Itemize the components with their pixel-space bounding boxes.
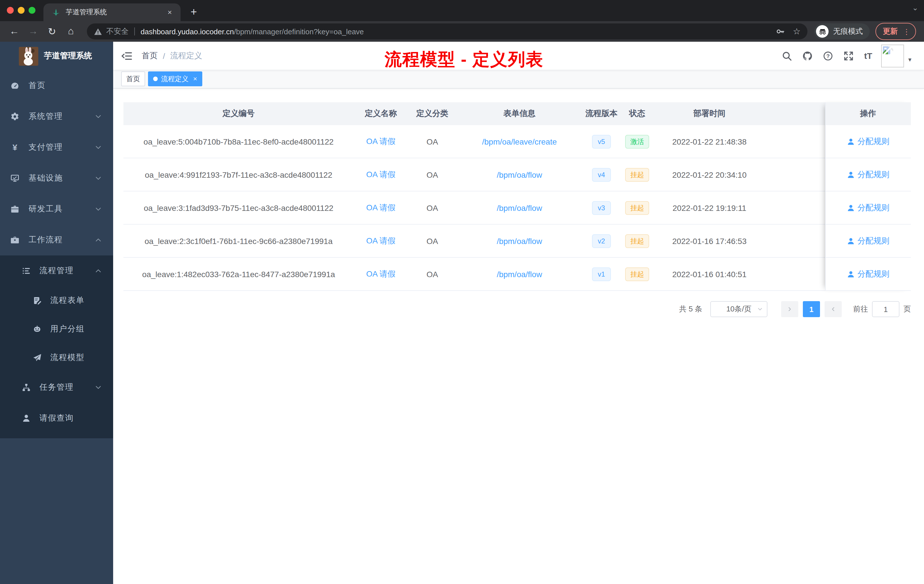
dashboard-icon [10,81,20,90]
avatar-caret-icon[interactable]: ▾ [908,56,911,63]
definition-name-link[interactable]: OA 请假 [366,269,396,279]
sidebar: 芋道管理系统 首页 系统管理 ¥ 支付管理 基础设施 [0,42,113,584]
definition-category: OA [408,203,457,212]
sidebar-item-process-form[interactable]: 流程表单 [0,286,113,315]
incognito-label: 无痕模式 [833,26,863,36]
address-bar[interactable]: 不安全 dashboard.yudao.iocoder.cn /bpm/mana… [87,23,807,40]
breadcrumb-separator: / [163,51,165,60]
assign-rule-button[interactable]: 分配规则 [846,203,889,213]
prev-page-button[interactable] [781,301,798,317]
briefcase-icon [10,205,20,214]
sidebar-item-user-group[interactable]: 用户分组 [0,315,113,343]
browser-chrome: 芋道管理系统 × + ⌄ ← → ↻ ⌂ 不安全 dashboard.yudao… [0,0,924,42]
table-row: oa_leave:4:991f2193-7b7f-11ec-a3c8-acde4… [124,158,911,191]
search-icon[interactable] [782,51,792,61]
column-header: 操作 [825,109,911,119]
definition-name-link[interactable]: OA 请假 [366,170,396,180]
definition-id: oa_leave:2:3c1f0ef1-76b1-11ec-9c66-a2380… [124,236,354,246]
person-icon [846,204,855,212]
form-link[interactable]: /bpm/oa/flow [497,269,542,279]
sidebar-item-leave-query[interactable]: 请假查询 [0,403,113,434]
sidebar-logo[interactable]: 芋道管理系统 [0,42,113,70]
broken-image-icon [883,45,894,57]
form-link[interactable]: /bpm/oa/flow [497,170,542,179]
assign-rule-label: 分配规则 [858,203,889,213]
github-icon[interactable] [803,51,813,61]
sidebar-item-payment[interactable]: ¥ 支付管理 [0,132,113,163]
sidebar-item-label: 工作流程 [28,235,63,245]
app-shell: 芋道管理系统 首页 系统管理 ¥ 支付管理 基础设施 [0,42,924,584]
app-title: 芋道管理系统 [44,51,92,61]
tag-process-definition[interactable]: 流程定义 × [148,71,202,86]
sidebar-item-label: 请假查询 [40,413,74,424]
close-window-button[interactable] [7,7,14,14]
sidebar-item-process-management[interactable]: 流程管理 [0,256,113,286]
sidebar-item-dev-tools[interactable]: 研发工具 [0,194,113,224]
table-row: oa_leave:1:482ec033-762a-11ec-8477-a2380… [124,258,911,291]
status-badge: 挂起 [625,267,649,281]
tab-strip: 芋道管理系统 × + ⌄ [0,0,924,21]
tab-close-icon[interactable]: × [165,7,175,17]
home-button[interactable]: ⌂ [63,26,78,37]
browser-tab[interactable]: 芋道管理系统 × [43,3,181,21]
sidebar-item-task-management[interactable]: 任务管理 [0,372,113,403]
gear-icon [10,112,20,121]
bookmark-star-icon[interactable]: ☆ [793,26,800,36]
assign-rule-button[interactable]: 分配规则 [846,236,889,246]
person-icon [846,171,855,178]
goto-page-input[interactable] [872,301,899,317]
help-icon[interactable] [823,51,833,61]
browser-menu-icon[interactable]: ⋮ [903,27,910,36]
table-row: oa_leave:5:004b710b-7b8a-11ec-8ef0-acde4… [124,125,911,158]
assign-rule-button[interactable]: 分配规则 [846,170,889,180]
form-link[interactable]: /bpm/oa/leave/create [482,137,557,146]
deploy-time: 2022-01-22 20:34:10 [654,170,765,179]
form-link[interactable]: /bpm/oa/flow [497,203,542,212]
user-avatar[interactable] [881,44,904,67]
tag-home[interactable]: 首页 [121,71,145,86]
pagination: 共 5 条 10条/页 1 前往 页 [124,301,911,317]
page-content: 定义编号 定义名称 定义分类 表单信息 流程版本 状态 部署时间 操作 oa_l… [113,89,924,317]
robot-icon [33,325,42,334]
sidebar-item-infrastructure[interactable]: 基础设施 [0,163,113,194]
breadcrumb-home[interactable]: 首页 [142,51,158,61]
definition-id: oa_leave:1:482ec033-762a-11ec-8477-a2380… [124,269,354,279]
fullscreen-icon[interactable] [844,51,854,61]
sidebar-item-label: 任务管理 [40,382,74,393]
column-header: 定义编号 [124,109,354,119]
sidebar-item-process-model[interactable]: 流程模型 [0,343,113,372]
new-tab-button[interactable]: + [186,5,201,20]
font-size-icon[interactable]: tT [864,51,872,61]
sidebar-collapse-icon[interactable] [121,50,132,61]
next-page-button[interactable] [825,301,842,317]
incognito-badge: 无痕模式 [814,23,870,40]
maximize-window-button[interactable] [28,7,35,14]
current-page-button[interactable]: 1 [803,301,820,317]
form-link[interactable]: /bpm/oa/flow [497,236,542,246]
definition-name-link[interactable]: OA 请假 [366,136,396,147]
chevron-down-icon [95,384,102,391]
definition-name-link[interactable]: OA 请假 [366,236,396,246]
back-button[interactable]: ← [7,26,22,37]
deploy-time: 2022-01-16 17:46:53 [654,236,765,246]
page-size-select[interactable]: 10条/页 [710,301,767,317]
sidebar-item-workflow[interactable]: 工作流程 [0,224,113,256]
tag-close-icon[interactable]: × [193,75,197,83]
version-badge: v4 [592,168,610,181]
sidebar-item-home[interactable]: 首页 [0,70,113,101]
definition-name-link[interactable]: OA 请假 [366,203,396,213]
insecure-label: 不安全 [106,26,129,36]
deploy-time: 2022-01-22 21:48:38 [654,137,765,146]
update-button[interactable]: 更新 ⋮ [875,23,916,40]
definition-id: oa_leave:4:991f2193-7b7f-11ec-a3c8-acde4… [124,170,354,179]
assign-rule-button[interactable]: 分配规则 [846,136,889,147]
minimize-window-button[interactable] [18,7,25,14]
password-key-icon[interactable] [776,27,785,36]
forward-button[interactable]: → [26,26,41,37]
tag-label: 流程定义 [161,74,188,84]
column-header: 部署时间 [654,109,765,119]
reload-button[interactable]: ↻ [45,25,59,38]
sidebar-item-system[interactable]: 系统管理 [0,101,113,132]
tab-search-caret-icon[interactable]: ⌄ [912,3,918,12]
assign-rule-button[interactable]: 分配规则 [846,269,889,279]
